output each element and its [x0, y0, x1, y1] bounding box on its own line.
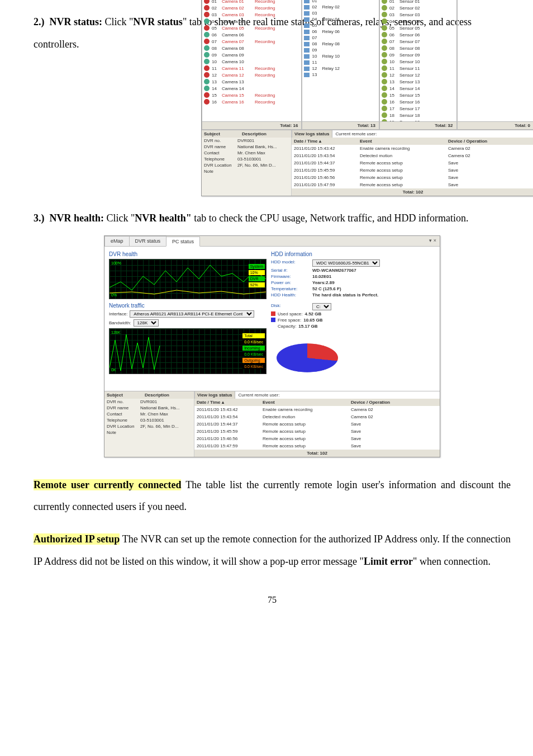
camera-status-icon: [204, 99, 210, 105]
sensor-row[interactable]: 17Sensor 17: [380, 105, 456, 112]
camera-row[interactable]: 02Camera 02Recording: [203, 4, 301, 11]
used-icon: [271, 311, 275, 316]
sensor-icon: [382, 32, 387, 37]
sensor-row[interactable]: 12Sensor 12: [380, 72, 456, 78]
camera-row[interactable]: 08Camera 08: [203, 45, 301, 51]
camera-status-icon: [204, 0, 210, 4]
log-total: Total: 102: [292, 188, 533, 196]
sensor-icon: [382, 45, 387, 51]
hdd-model-select[interactable]: WDC WD1600JS-55NCB1: [312, 259, 380, 267]
info-row: Note: [202, 168, 291, 174]
info-row: DVR nameNational Bank, Hs...: [202, 144, 291, 150]
bw-select[interactable]: 128K: [134, 319, 159, 327]
log-row[interactable]: 2011/01/20 15:43:54Detected motionCamera…: [194, 413, 440, 420]
relay-row[interactable]: 06Relay 06: [303, 29, 378, 35]
sensor-row[interactable]: 09Sensor 09: [380, 51, 456, 58]
camera-row[interactable]: 09Camera 09: [203, 51, 301, 58]
log-row[interactable]: 2011/01/20 15:43:42Enable camera recordi…: [194, 406, 440, 413]
relay-row[interactable]: 10Relay 10: [303, 53, 378, 59]
info-row: DVR no.DVR001: [202, 138, 291, 144]
camera-row[interactable]: 01Camera 01Recording: [203, 0, 301, 4]
relay-row[interactable]: 01: [303, 0, 378, 4]
info-row: DVR Location2F, No. 66, Min D...: [202, 162, 291, 168]
sensor-row[interactable]: 11Sensor 11: [380, 65, 456, 72]
relay-row[interactable]: 07: [303, 35, 378, 41]
cpu-graph: 100% 0% System 10% DVR 92%: [109, 259, 266, 299]
camera-status-icon: [204, 5, 210, 11]
relay-row[interactable]: 08Relay 08: [303, 41, 378, 47]
log-row[interactable]: 2011/01/20 15:43:42Enable camera recordi…: [292, 145, 533, 152]
sensor-icon: [382, 5, 387, 11]
sensor-row[interactable]: 03Sensor 03: [380, 11, 456, 18]
relay-row[interactable]: 13: [303, 72, 378, 78]
relay-icon: [304, 36, 310, 40]
sensor-row[interactable]: 06Sensor 06: [380, 31, 456, 38]
camera-row[interactable]: 15Camera 15Recording: [203, 92, 301, 98]
relay-row[interactable]: 03: [303, 10, 378, 16]
camera-row[interactable]: 04Camera 04: [203, 18, 301, 25]
camera-row[interactable]: 10Camera 10: [203, 58, 301, 65]
view-logs-btn[interactable]: View logs status: [292, 130, 332, 138]
camera-row[interactable]: 12Camera 12Recording: [203, 72, 301, 78]
sensor-row[interactable]: 18Sensor 18: [380, 112, 456, 119]
relay-row[interactable]: 12Relay 12: [303, 65, 378, 72]
sensor-row[interactable]: 15Sensor 15: [380, 92, 456, 98]
sensor-row[interactable]: 10Sensor 10: [380, 58, 456, 65]
datetime-col-2[interactable]: Date / Time ▴: [194, 399, 260, 406]
sensor-row[interactable]: 04Sensor 04: [380, 18, 456, 25]
camera-row[interactable]: 14Camera 14: [203, 85, 301, 92]
sensor-row[interactable]: 02Sensor 02: [380, 4, 456, 11]
sensor-row[interactable]: 05Sensor 05: [380, 25, 456, 31]
datetime-col[interactable]: Date / Time ▴: [292, 138, 358, 145]
relay-row[interactable]: 05: [303, 22, 378, 29]
legend-sys-val: 10%: [249, 270, 265, 275]
camera-status-icon: [204, 52, 210, 58]
window-controls-2[interactable]: ▾ ×: [426, 236, 440, 246]
remote-user-heading: Remote user currently connected: [34, 479, 181, 490]
temp-v: 52 C (125.6 F): [312, 286, 341, 291]
view-logs-btn-2[interactable]: View logs status: [194, 391, 235, 399]
tab-pc-status-2[interactable]: PC status: [166, 237, 200, 247]
camera-row[interactable]: 06Camera 06: [203, 31, 301, 38]
relay-row[interactable]: 04Relay 04: [303, 16, 378, 22]
cap-icon: [271, 324, 275, 328]
log-row[interactable]: 2011/01/20 15:44:37Remote access setupSa…: [194, 420, 440, 428]
sensor-icon: [382, 112, 387, 118]
log-row[interactable]: 2011/01/20 15:46:56Remote access setupSa…: [194, 435, 440, 442]
log-row[interactable]: 2011/01/20 15:47:59Remote access setupSa…: [194, 442, 440, 450]
camera-row[interactable]: 16Camera 16Recording: [203, 98, 301, 105]
legend-out: Outgoing: [242, 358, 265, 363]
log-row[interactable]: 2011/01/20 15:46:56Remote access setupSa…: [292, 174, 533, 181]
sensor-icon: [382, 39, 387, 44]
info-row: DVR no.DVR001: [104, 399, 194, 405]
sensor-row[interactable]: 01Sensor 01: [380, 0, 456, 4]
sensor-row[interactable]: 13Sensor 13: [380, 78, 456, 85]
info-row: DVR Location2F, No. 66, Min D...: [104, 423, 194, 429]
log-row[interactable]: 2011/01/20 15:45:59Remote access setupSa…: [292, 167, 533, 174]
log-row[interactable]: 2011/01/20 15:45:59Remote access setupSa…: [194, 428, 440, 435]
log-row[interactable]: 2011/01/20 15:44:37Remote access setupSa…: [292, 159, 533, 167]
camera-row[interactable]: 11Camera 11Recording: [203, 65, 301, 72]
tab-dvr-status-2[interactable]: DVR status: [129, 236, 167, 246]
free-v: 10.65 GB: [303, 318, 322, 323]
tab-bar-2: eMap DVR status PC status ▾ ×: [104, 236, 440, 247]
sensor-row[interactable]: 07Sensor 07: [380, 38, 456, 45]
camera-row[interactable]: 13Camera 13: [203, 78, 301, 85]
relay-row[interactable]: 09: [303, 47, 378, 53]
iface-select[interactable]: Atheros AR8121 AR8113 AR8114 PCI-E Ether…: [130, 310, 254, 318]
legend-total-v: 0.0 KB/sec: [242, 339, 265, 344]
fw-l: Firmware:: [271, 274, 310, 279]
log-row[interactable]: 2011/01/20 15:43:54Detected motionCamera…: [292, 152, 533, 159]
sensor-row[interactable]: 08Sensor 08: [380, 45, 456, 51]
sensor-row[interactable]: 16Sensor 16: [380, 98, 456, 105]
dvr-status-screenshot: eMap DVR status PC status ▾ × Camera 01C…: [201, 0, 533, 196]
relay-row[interactable]: 02Relay 02: [303, 4, 378, 10]
camera-row[interactable]: 03Camera 03Recording: [203, 11, 301, 18]
camera-row[interactable]: 05Camera 05Recording: [203, 25, 301, 31]
sensor-row[interactable]: 14Sensor 14: [380, 85, 456, 92]
log-row[interactable]: 2011/01/20 15:47:59Remote access setupSa…: [292, 181, 533, 188]
disk-select[interactable]: C:: [312, 303, 331, 310]
tab-emap-2[interactable]: eMap: [104, 236, 130, 246]
relay-row[interactable]: 11: [303, 59, 378, 65]
camera-row[interactable]: 07Camera 07Recording: [203, 38, 301, 45]
